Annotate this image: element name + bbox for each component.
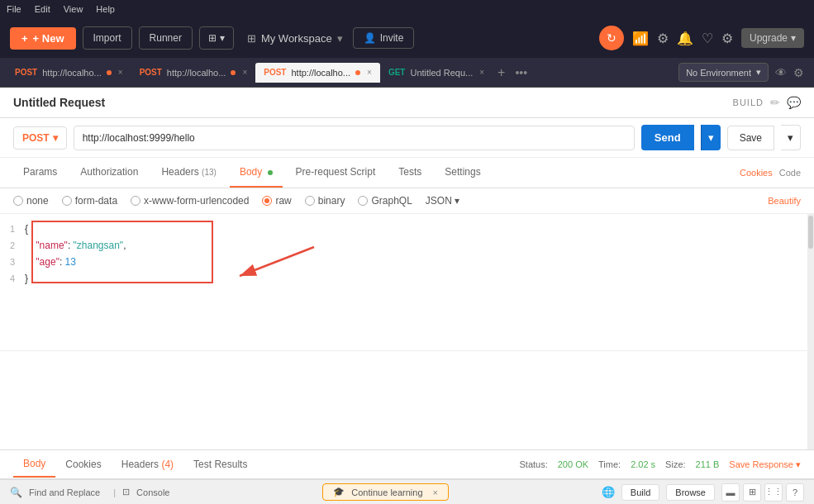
resp-tab-cookies[interactable]: Cookies: [55, 452, 111, 477]
resp-tab-testresults[interactable]: Test Results: [183, 452, 257, 477]
main-toolbar: + + New Import Runner ⊞ ▾ ⊞ My Workspace…: [0, 18, 814, 58]
heart-icon[interactable]: ♡: [702, 31, 713, 46]
body-option-none[interactable]: none: [13, 195, 49, 207]
menu-edit[interactable]: Edit: [35, 4, 50, 14]
save-dropdown-button[interactable]: ▾: [781, 125, 801, 150]
find-replace-button[interactable]: Find and Replace: [29, 487, 100, 497]
req-tab-settings[interactable]: Settings: [435, 158, 490, 188]
plus-icon: +: [21, 32, 28, 45]
divider-1: |: [113, 487, 116, 497]
environment-select[interactable]: No Environment ▾: [678, 63, 769, 82]
eye-icon[interactable]: 👁: [775, 66, 787, 79]
main-content: Untitled Request BUILD ✏ 💬 POST ▾ Send ▾…: [0, 88, 814, 479]
tab-4-close[interactable]: ×: [479, 68, 484, 77]
comment-icon[interactable]: 💬: [787, 96, 801, 109]
tab-1-close[interactable]: ×: [118, 68, 123, 77]
invite-button[interactable]: 👤 Invite: [353, 27, 415, 49]
req-tab-body[interactable]: Body: [230, 158, 283, 188]
settings-sliders-icon[interactable]: ⚙: [793, 66, 804, 79]
code-link[interactable]: Code: [779, 168, 801, 178]
workspace-grid-icon: ⊞: [247, 32, 256, 45]
add-tab-button[interactable]: +: [493, 65, 510, 80]
method-select[interactable]: POST ▾: [13, 126, 67, 150]
radio-none: [13, 196, 23, 206]
bell-icon[interactable]: 🔔: [677, 31, 693, 46]
method-value: POST: [22, 132, 50, 144]
body-option-graphql[interactable]: GraphQL: [358, 195, 412, 207]
req-tab-prerequest[interactable]: Pre-request Script: [286, 158, 386, 188]
continue-learning-label[interactable]: Continue learning: [351, 487, 422, 497]
json-label: JSON: [426, 195, 452, 207]
code-editor[interactable]: 1 { 2 "name": "zhangsan", 3 "age": 13 4 …: [0, 214, 814, 350]
method-chevron-icon: ▾: [53, 132, 58, 144]
signal-icon[interactable]: 📶: [632, 31, 649, 46]
upgrade-button[interactable]: Upgrade ▾: [741, 28, 804, 48]
sync-icon: ↻: [607, 31, 616, 45]
sync-button[interactable]: ↻: [599, 26, 624, 50]
globe-icon: 🌐: [602, 486, 615, 498]
save-response-button[interactable]: Save Response ▾: [729, 459, 801, 470]
line-content-3: "age": 13: [25, 254, 814, 270]
build-button[interactable]: Build: [621, 484, 659, 501]
line-content-1: {: [25, 221, 814, 237]
send-button[interactable]: Send: [641, 125, 694, 150]
send-dropdown-button[interactable]: ▾: [701, 125, 721, 150]
tabs-bar: POST http://localho... × POST http://loc…: [0, 58, 669, 88]
response-scrollbar[interactable]: [807, 351, 814, 449]
runner-button[interactable]: Runner: [139, 26, 193, 50]
resp-tab-body[interactable]: Body: [13, 451, 55, 478]
response-status-bar: Status: 200 OK Time: 2.02 s Size: 211 B …: [519, 459, 801, 470]
line-content-4: }: [25, 270, 814, 287]
menu-help[interactable]: Help: [96, 4, 115, 14]
edit-icon[interactable]: ✏: [770, 96, 780, 109]
url-input[interactable]: [74, 126, 635, 150]
workspace-button[interactable]: ⊞ My Workspace ▾: [247, 32, 343, 45]
view-columns-icon[interactable]: ⋮⋮: [764, 483, 783, 502]
response-body-area: [0, 350, 814, 449]
editor-wrapper: 1 { 2 "name": "zhangsan", 3 "age": 13 4 …: [0, 214, 814, 449]
resp-tab-headers[interactable]: Headers (4): [112, 452, 183, 477]
browse-button[interactable]: Browse: [666, 484, 715, 501]
console-button[interactable]: Console: [136, 487, 169, 497]
req-tab-params[interactable]: Params: [13, 158, 67, 188]
layout-button[interactable]: ⊞ ▾: [199, 26, 234, 50]
tab-2-close[interactable]: ×: [242, 68, 247, 77]
tab-3[interactable]: POST http://localho... ×: [255, 63, 380, 83]
beautify-button[interactable]: Beautify: [768, 196, 801, 206]
upgrade-chevron-icon: ▾: [791, 32, 796, 44]
save-response-label: Save Response: [729, 459, 793, 469]
req-tab-tests[interactable]: Tests: [388, 158, 431, 188]
tab-3-close[interactable]: ×: [367, 68, 372, 77]
body-option-binary[interactable]: binary: [305, 195, 345, 207]
radio-formdata: [62, 196, 72, 206]
view-split-icon[interactable]: ⊞: [743, 483, 761, 502]
req-tab-authorization[interactable]: Authorization: [70, 158, 148, 188]
tab-4[interactable]: GET Untitled Requ... ×: [380, 63, 493, 83]
code-line-4: 4 }: [0, 270, 814, 287]
continue-close-button[interactable]: ×: [433, 487, 438, 497]
save-button[interactable]: Save: [727, 126, 774, 150]
body-option-formdata[interactable]: form-data: [62, 195, 117, 207]
json-type-dropdown[interactable]: JSON ▾: [426, 195, 459, 207]
req-tab-headers[interactable]: Headers (13): [151, 158, 226, 188]
status-value: 200 OK: [558, 459, 588, 469]
settings2-icon[interactable]: ⚙: [721, 31, 733, 46]
tab-1[interactable]: POST http://localho... ×: [7, 63, 131, 83]
body-option-raw[interactable]: raw: [262, 195, 291, 207]
more-tabs-button[interactable]: •••: [510, 66, 532, 79]
help-icon[interactable]: ?: [786, 483, 804, 502]
import-button[interactable]: Import: [83, 26, 132, 50]
editor-scrollbar[interactable]: [807, 214, 814, 350]
tab-3-url: http://localho...: [291, 68, 350, 78]
view-single-icon[interactable]: ▬: [721, 483, 740, 502]
menu-file[interactable]: File: [7, 4, 21, 14]
menu-view[interactable]: View: [64, 4, 83, 14]
time-label: Time:: [598, 459, 621, 469]
new-button[interactable]: + + New: [10, 27, 76, 50]
tab-2[interactable]: POST http://localho... ×: [131, 63, 256, 83]
body-option-urlencoded[interactable]: x-www-form-urlencoded: [131, 195, 249, 207]
toolbar-right: ↻ 📶 ⚙ 🔔 ♡ ⚙ Upgrade ▾: [599, 26, 804, 50]
cookies-link[interactable]: Cookies: [740, 168, 773, 178]
radio-binary: [305, 196, 315, 206]
gear-icon[interactable]: ⚙: [657, 31, 669, 46]
